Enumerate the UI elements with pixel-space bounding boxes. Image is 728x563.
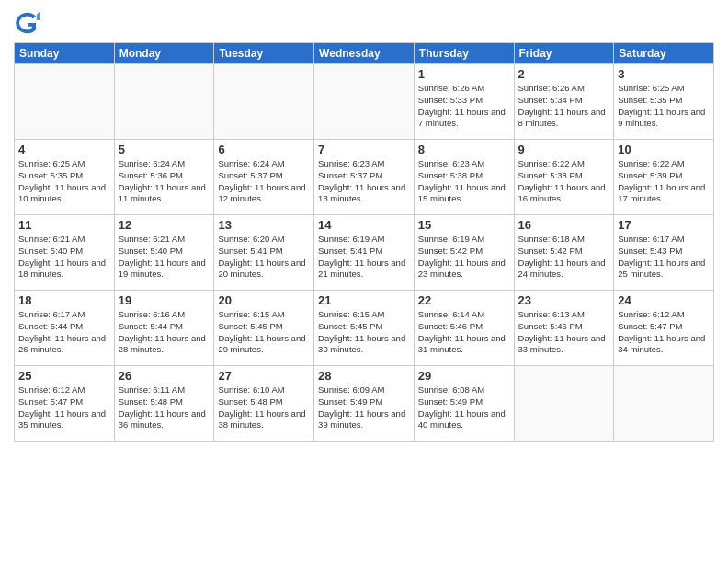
day-info: Sunrise: 6:16 AM Sunset: 5:44 PM Dayligh… [119, 309, 210, 356]
day-info: Sunrise: 6:23 AM Sunset: 5:38 PM Dayligh… [418, 158, 510, 205]
calendar-cell: 25Sunrise: 6:12 AM Sunset: 5:47 PM Dayli… [15, 366, 115, 442]
day-number: 18 [18, 293, 110, 307]
day-number: 4 [18, 143, 110, 156]
day-number: 15 [418, 218, 510, 232]
logo [14, 9, 45, 37]
logo-icon [14, 9, 41, 37]
calendar-cell: 21Sunrise: 6:15 AM Sunset: 5:45 PM Dayli… [314, 291, 415, 366]
day-info: Sunrise: 6:14 AM Sunset: 5:46 PM Dayligh… [418, 309, 510, 356]
calendar-cell: 29Sunrise: 6:08 AM Sunset: 5:49 PM Dayli… [414, 366, 514, 442]
calendar-cell [614, 366, 714, 442]
calendar-cell: 7Sunrise: 6:23 AM Sunset: 5:37 PM Daylig… [314, 140, 415, 215]
calendar-cell: 19Sunrise: 6:16 AM Sunset: 5:44 PM Dayli… [114, 291, 214, 366]
day-info: Sunrise: 6:25 AM Sunset: 5:35 PM Dayligh… [18, 158, 110, 205]
day-number: 10 [618, 143, 710, 156]
calendar-cell [15, 64, 115, 140]
day-header-sunday: Sunday [15, 43, 115, 64]
day-info: Sunrise: 6:17 AM Sunset: 5:43 PM Dayligh… [618, 234, 710, 281]
calendar-cell: 22Sunrise: 6:14 AM Sunset: 5:46 PM Dayli… [414, 291, 514, 366]
day-info: Sunrise: 6:13 AM Sunset: 5:46 PM Dayligh… [518, 309, 610, 356]
day-info: Sunrise: 6:19 AM Sunset: 5:41 PM Dayligh… [318, 234, 410, 281]
day-number: 29 [418, 369, 510, 383]
day-info: Sunrise: 6:26 AM Sunset: 5:33 PM Dayligh… [418, 83, 510, 130]
day-number: 25 [18, 369, 110, 383]
day-info: Sunrise: 6:24 AM Sunset: 5:37 PM Dayligh… [218, 158, 310, 205]
day-header-monday: Monday [114, 43, 214, 64]
day-number: 22 [418, 293, 510, 307]
day-number: 19 [119, 293, 210, 307]
week-row-4: 18Sunrise: 6:17 AM Sunset: 5:44 PM Dayli… [15, 291, 714, 366]
calendar-cell: 1Sunrise: 6:26 AM Sunset: 5:33 PM Daylig… [414, 64, 514, 140]
day-header-wednesday: Wednesday [314, 43, 415, 64]
day-number: 9 [518, 143, 610, 156]
day-header-friday: Friday [514, 43, 614, 64]
calendar-cell [114, 64, 214, 140]
day-header-tuesday: Tuesday [214, 43, 314, 64]
day-number: 6 [218, 143, 310, 156]
page: SundayMondayTuesdayWednesdayThursdayFrid… [0, 0, 728, 563]
calendar-cell: 5Sunrise: 6:24 AM Sunset: 5:36 PM Daylig… [114, 140, 214, 215]
day-info: Sunrise: 6:25 AM Sunset: 5:35 PM Dayligh… [618, 83, 710, 130]
day-number: 20 [218, 293, 310, 307]
day-number: 3 [618, 67, 710, 81]
calendar-cell: 2Sunrise: 6:26 AM Sunset: 5:34 PM Daylig… [514, 64, 614, 140]
calendar-cell: 20Sunrise: 6:15 AM Sunset: 5:45 PM Dayli… [214, 291, 314, 366]
day-number: 16 [518, 218, 610, 232]
calendar: SundayMondayTuesdayWednesdayThursdayFrid… [14, 42, 714, 442]
day-number: 7 [318, 143, 410, 156]
calendar-cell: 23Sunrise: 6:13 AM Sunset: 5:46 PM Dayli… [514, 291, 614, 366]
day-number: 23 [518, 293, 610, 307]
day-info: Sunrise: 6:22 AM Sunset: 5:38 PM Dayligh… [518, 158, 610, 205]
calendar-cell: 8Sunrise: 6:23 AM Sunset: 5:38 PM Daylig… [414, 140, 514, 215]
day-number: 26 [119, 369, 210, 383]
calendar-header-row: SundayMondayTuesdayWednesdayThursdayFrid… [15, 43, 714, 64]
day-number: 27 [218, 369, 310, 383]
calendar-cell: 6Sunrise: 6:24 AM Sunset: 5:37 PM Daylig… [214, 140, 314, 215]
day-number: 8 [418, 143, 510, 156]
calendar-cell: 15Sunrise: 6:19 AM Sunset: 5:42 PM Dayli… [414, 215, 514, 291]
day-number: 28 [318, 369, 410, 383]
day-number: 13 [218, 218, 310, 232]
day-info: Sunrise: 6:15 AM Sunset: 5:45 PM Dayligh… [218, 309, 310, 356]
calendar-cell: 10Sunrise: 6:22 AM Sunset: 5:39 PM Dayli… [614, 140, 714, 215]
day-info: Sunrise: 6:19 AM Sunset: 5:42 PM Dayligh… [418, 234, 510, 281]
calendar-cell: 13Sunrise: 6:20 AM Sunset: 5:41 PM Dayli… [214, 215, 314, 291]
calendar-cell [214, 64, 314, 140]
day-info: Sunrise: 6:09 AM Sunset: 5:49 PM Dayligh… [318, 385, 410, 431]
calendar-cell: 24Sunrise: 6:12 AM Sunset: 5:47 PM Dayli… [614, 291, 714, 366]
day-number: 12 [119, 218, 210, 232]
calendar-cell: 11Sunrise: 6:21 AM Sunset: 5:40 PM Dayli… [15, 215, 115, 291]
calendar-cell: 9Sunrise: 6:22 AM Sunset: 5:38 PM Daylig… [514, 140, 614, 215]
day-number: 1 [418, 67, 510, 81]
calendar-cell: 28Sunrise: 6:09 AM Sunset: 5:49 PM Dayli… [314, 366, 415, 442]
week-row-5: 25Sunrise: 6:12 AM Sunset: 5:47 PM Dayli… [15, 366, 714, 442]
day-info: Sunrise: 6:24 AM Sunset: 5:36 PM Dayligh… [119, 158, 210, 205]
week-row-3: 11Sunrise: 6:21 AM Sunset: 5:40 PM Dayli… [15, 215, 714, 291]
day-number: 21 [318, 293, 410, 307]
calendar-cell: 4Sunrise: 6:25 AM Sunset: 5:35 PM Daylig… [15, 140, 115, 215]
day-info: Sunrise: 6:15 AM Sunset: 5:45 PM Dayligh… [318, 309, 410, 356]
calendar-cell: 14Sunrise: 6:19 AM Sunset: 5:41 PM Dayli… [314, 215, 415, 291]
day-number: 24 [618, 293, 710, 307]
day-header-saturday: Saturday [614, 43, 714, 64]
day-info: Sunrise: 6:21 AM Sunset: 5:40 PM Dayligh… [119, 234, 210, 281]
day-info: Sunrise: 6:22 AM Sunset: 5:39 PM Dayligh… [618, 158, 710, 205]
day-info: Sunrise: 6:21 AM Sunset: 5:40 PM Dayligh… [18, 234, 110, 281]
day-info: Sunrise: 6:20 AM Sunset: 5:41 PM Dayligh… [218, 234, 310, 281]
calendar-cell: 3Sunrise: 6:25 AM Sunset: 5:35 PM Daylig… [614, 64, 714, 140]
header [14, 9, 714, 37]
day-info: Sunrise: 6:10 AM Sunset: 5:48 PM Dayligh… [218, 385, 310, 431]
day-number: 14 [318, 218, 410, 232]
week-row-1: 1Sunrise: 6:26 AM Sunset: 5:33 PM Daylig… [15, 64, 714, 140]
calendar-cell: 26Sunrise: 6:11 AM Sunset: 5:48 PM Dayli… [114, 366, 214, 442]
calendar-cell: 12Sunrise: 6:21 AM Sunset: 5:40 PM Dayli… [114, 215, 214, 291]
day-info: Sunrise: 6:26 AM Sunset: 5:34 PM Dayligh… [518, 83, 610, 130]
day-info: Sunrise: 6:12 AM Sunset: 5:47 PM Dayligh… [18, 385, 110, 431]
calendar-cell: 16Sunrise: 6:18 AM Sunset: 5:42 PM Dayli… [514, 215, 614, 291]
calendar-cell [514, 366, 614, 442]
calendar-cell: 27Sunrise: 6:10 AM Sunset: 5:48 PM Dayli… [214, 366, 314, 442]
day-info: Sunrise: 6:18 AM Sunset: 5:42 PM Dayligh… [518, 234, 610, 281]
calendar-cell [314, 64, 415, 140]
calendar-cell: 18Sunrise: 6:17 AM Sunset: 5:44 PM Dayli… [15, 291, 115, 366]
day-header-thursday: Thursday [414, 43, 514, 64]
